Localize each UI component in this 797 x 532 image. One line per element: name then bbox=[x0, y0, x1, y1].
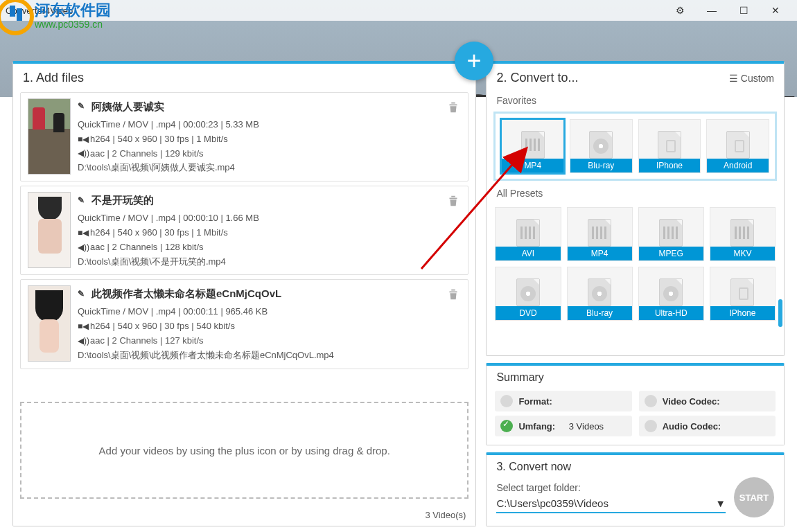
plus-icon: + bbox=[466, 46, 481, 76]
window-titlebar: Converter4Video ⚙ — ☐ ✕ bbox=[0, 0, 797, 21]
file-icon bbox=[521, 131, 545, 159]
gear-icon: ⚙ bbox=[676, 5, 685, 16]
disc-icon bbox=[659, 278, 683, 306]
video-thumbnail bbox=[28, 192, 71, 268]
add-files-title: 1. Add files bbox=[13, 64, 475, 92]
file-icon bbox=[588, 219, 611, 247]
all-presets-grid: AVI MP4 MPEG MKV DVD Blu-ray Ultra-HD IP… bbox=[487, 204, 784, 328]
summary-acodec: Audio Codec: bbox=[639, 416, 776, 436]
scrollbar[interactable] bbox=[778, 299, 782, 327]
status-dot bbox=[645, 395, 657, 407]
phone-icon bbox=[726, 131, 750, 159]
file-audio: aac | 2 Channels | 129 kbit/s bbox=[90, 147, 204, 161]
file-name: 阿姨做人要诚实 bbox=[91, 98, 164, 115]
preset-avi[interactable]: AVI bbox=[495, 207, 561, 261]
summary-vcodec: Video Codec: bbox=[639, 391, 776, 411]
file-meta: QuickTime / MOV | .mp4 | 00:00:23 | 5.33… bbox=[78, 118, 461, 132]
file-audio: aac | 2 Channels | 128 kbit/s bbox=[90, 240, 204, 255]
close-button[interactable]: ✕ bbox=[760, 0, 791, 21]
preset-ultrahd[interactable]: Ultra-HD bbox=[638, 267, 704, 321]
convert-to-title: 2. Convert to... bbox=[496, 71, 578, 85]
edit-icon[interactable]: ✎ bbox=[78, 194, 87, 207]
audio-icon: ◀)) bbox=[78, 335, 87, 348]
minimize-icon: — bbox=[707, 5, 717, 16]
file-video: h264 | 540 x 960 | 30 fps | 1 Mbit/s bbox=[90, 226, 228, 240]
preset-mpeg[interactable]: MPEG bbox=[638, 207, 704, 261]
file-video: h264 | 540 x 960 | 30 fps | 540 kbit/s bbox=[90, 319, 235, 334]
custom-preset-button[interactable]: ☰Custom bbox=[729, 73, 774, 84]
favorites-grid: MP4 Blu-ray IPhone Android bbox=[493, 112, 777, 181]
target-folder-select[interactable]: C:\Users\pc0359\Videos ▼ bbox=[496, 495, 726, 513]
status-dot bbox=[645, 420, 657, 432]
preset-bluray[interactable]: Blu-ray bbox=[567, 267, 633, 321]
file-meta: QuickTime / MOV | .mp4 | 00:00:10 | 1.66… bbox=[78, 211, 461, 226]
file-name: 此视频作者太懒未命名标题eCnMjCqOvL bbox=[91, 285, 281, 302]
all-presets-label: All Presets bbox=[487, 185, 784, 204]
summary-panel: Summary Format: Video Codec: Umfang: 3 V… bbox=[486, 363, 785, 445]
summary-format: Format: bbox=[495, 391, 631, 411]
video-icon: ■◀ bbox=[78, 133, 87, 146]
delete-button[interactable] bbox=[446, 193, 461, 209]
preset-mp4[interactable]: MP4 bbox=[567, 207, 633, 261]
disc-icon bbox=[516, 278, 540, 306]
chevron-down-icon: ▼ bbox=[715, 497, 726, 509]
file-video: h264 | 540 x 960 | 30 fps | 1 Mbit/s bbox=[90, 132, 228, 147]
phone-icon bbox=[658, 131, 681, 159]
convert-to-panel: 2. Convert to... ☰Custom Favorites MP4 B… bbox=[486, 61, 785, 356]
file-list: ✎阿姨做人要诚实 QuickTime / MOV | .mp4 | 00:00:… bbox=[13, 92, 475, 396]
preset-bluray[interactable]: Blu-ray bbox=[570, 119, 633, 173]
drop-zone[interactable]: Add your videos by using the plus icon o… bbox=[20, 402, 468, 499]
target-folder-label: Select target folder: bbox=[496, 482, 726, 493]
status-dot bbox=[500, 395, 513, 407]
edit-icon[interactable]: ✎ bbox=[78, 100, 87, 113]
delete-button[interactable] bbox=[446, 100, 461, 115]
favorites-label: Favorites bbox=[487, 92, 784, 112]
video-thumbnail bbox=[28, 285, 71, 362]
maximize-icon: ☐ bbox=[739, 5, 748, 16]
video-icon: ■◀ bbox=[78, 227, 87, 240]
file-item[interactable]: ✎阿姨做人要诚实 QuickTime / MOV | .mp4 | 00:00:… bbox=[20, 92, 468, 181]
file-item[interactable]: ✎此视频作者太懒未命名标题eCnMjCqOvL QuickTime / MOV … bbox=[20, 279, 468, 369]
preset-iphone[interactable]: IPhone bbox=[638, 119, 701, 173]
start-button[interactable]: START bbox=[734, 477, 774, 517]
file-path: D:\tools\桌面\视频\不是开玩笑的.mp4 bbox=[78, 255, 461, 269]
file-icon bbox=[730, 219, 754, 247]
video-thumbnail bbox=[28, 98, 71, 175]
settings-button[interactable]: ⚙ bbox=[664, 0, 696, 21]
phone-icon bbox=[730, 278, 754, 306]
delete-button[interactable] bbox=[446, 287, 461, 302]
maximize-button[interactable]: ☐ bbox=[728, 0, 760, 21]
summary-umfang: Umfang: 3 Videos bbox=[495, 416, 631, 436]
audio-icon: ◀)) bbox=[78, 147, 87, 160]
disc-icon bbox=[588, 278, 611, 306]
minimize-button[interactable]: — bbox=[696, 0, 728, 21]
preset-iphone[interactable]: IPhone bbox=[710, 267, 776, 321]
file-icon bbox=[516, 219, 540, 247]
preset-dvd[interactable]: DVD bbox=[495, 267, 561, 321]
preset-mp4[interactable]: MP4 bbox=[501, 119, 564, 173]
disc-icon bbox=[589, 131, 613, 159]
file-meta: QuickTime / MOV | .mp4 | 00:00:11 | 965.… bbox=[78, 305, 461, 319]
add-file-button[interactable]: + bbox=[455, 42, 493, 80]
file-path: D:\tools\桌面\视频\阿姨做人要诚实.mp4 bbox=[78, 161, 461, 175]
video-icon: ■◀ bbox=[78, 320, 87, 333]
convert-now-panel: 3. Convert now Select target folder: C:\… bbox=[486, 452, 785, 526]
add-files-panel: 1. Add files ✎阿姨做人要诚实 QuickTime / MOV | … bbox=[12, 61, 476, 526]
file-name: 不是开玩笑的 bbox=[91, 192, 154, 209]
convert-now-title: 3. Convert now bbox=[496, 461, 571, 473]
audio-icon: ◀)) bbox=[78, 241, 87, 254]
video-count: 3 Video(s) bbox=[13, 504, 475, 526]
file-audio: aac | 2 Channels | 127 kbit/s bbox=[90, 334, 204, 348]
window-title: Converter4Video bbox=[6, 6, 664, 16]
preset-android[interactable]: Android bbox=[706, 119, 769, 173]
file-item[interactable]: ✎不是开玩笑的 QuickTime / MOV | .mp4 | 00:00:1… bbox=[20, 186, 468, 275]
file-icon bbox=[659, 219, 683, 247]
close-icon: ✕ bbox=[771, 5, 780, 16]
summary-title: Summary bbox=[496, 371, 543, 384]
edit-icon[interactable]: ✎ bbox=[78, 287, 87, 301]
list-icon: ☰ bbox=[729, 73, 738, 84]
preset-mkv[interactable]: MKV bbox=[710, 207, 776, 261]
file-path: D:\tools\桌面\视频\此视频作者太懒未命名标题eCnMjCqOvL.mp… bbox=[78, 348, 461, 363]
status-dot-ok bbox=[500, 420, 513, 432]
